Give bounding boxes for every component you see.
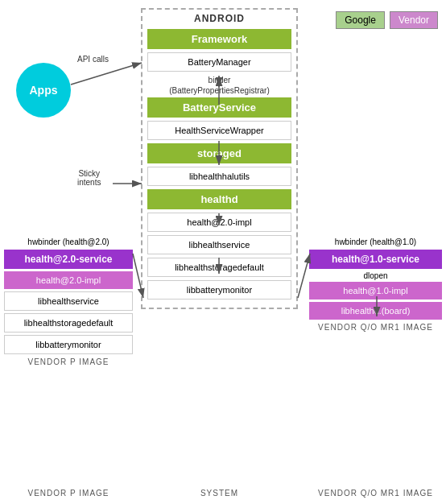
vendor-q-title: VENDOR Q/O MR1 IMAGE [309,323,442,332]
system-bottom-label: SYSTEM [141,489,298,498]
binder-label: binder(BatteryPropertiesRegistrar) [147,75,291,96]
hwbinder-10-text: hwbinder (health@1.0) [335,238,416,246]
health-10-impl-box: health@1.0-impl [309,282,442,300]
vendor-q-bottom-label: VENDOR Q/O MR1 IMAGE [309,489,442,498]
vendor-p-libbatterymonitor-box: libbatterymonitor [4,335,133,354]
vendor-p-column: hwbinder (health@2.0) health@2.0-service… [4,238,133,366]
top-labels: Google Vendor [336,11,438,29]
svg-line-2 [71,63,142,85]
sticky-intents-annotation: Stickyintents [77,169,101,187]
vendor-p-libstoragedefault-box: libhealthstoragedefault [4,313,133,333]
hwbinder-10-label: hwbinder (health@1.0) [309,238,442,246]
healthd-impl-box: health@2.0-impl [147,213,291,232]
health-service-wrapper-box: HealthServiceWrapper [147,121,291,140]
google-label: Google [336,11,385,29]
sticky-intents-text: Stickyintents [77,169,101,187]
vendor-p-title: VENDOR P IMAGE [4,357,133,366]
hwbinder-20-text: hwbinder (health@2.0) [27,238,109,246]
health-20-service-box: health@2.0-service [4,250,133,269]
libhealthhalutils-box: libhealthhalutils [147,167,291,186]
storaged-box: storaged [147,143,291,163]
hwbinder-20-label: hwbinder (health@2.0) [4,238,133,246]
apps-circle: Apps [16,63,71,118]
healthd-libstoragedefault-box: libhealthstoragedefault [147,258,291,277]
batteryservice-box: BatteryService [147,97,291,118]
api-calls-text: API calls [77,55,109,64]
apps-label: Apps [30,84,58,97]
vendor-p-bottom-label: VENDOR P IMAGE [4,489,133,498]
healthd-libhealthservice-box: libhealthservice [147,235,291,254]
vendor-p-impl-box: health@2.0-impl [4,271,133,289]
api-calls-annotation: API calls [77,55,109,64]
android-column: ANDROID Framework BatteryManager binder(… [141,8,298,309]
dlopen-text: dlopen [363,271,387,280]
health-10-service-box: health@1.0-service [309,250,442,269]
framework-box: Framework [147,29,291,49]
dlopen-label: dlopen [309,271,442,280]
android-title: ANDROID [147,10,291,29]
healthd-libbatterymonitor-box: libbatterymonitor [147,280,291,300]
vendor-label: Vendor [390,11,438,29]
healthd-box: healthd [147,189,291,209]
diagram-container: Google Vendor Apps API calls Stickyinten… [0,0,446,504]
svg-line-8 [298,254,310,298]
vendor-q-column: hwbinder (health@1.0) health@1.0-service… [309,238,442,332]
vendor-p-libhealthservice-box: libhealthservice [4,291,133,311]
libhealthd-board-box: libhealthd.(board) [309,302,442,320]
batterymanager-box: BatteryManager [147,52,291,72]
